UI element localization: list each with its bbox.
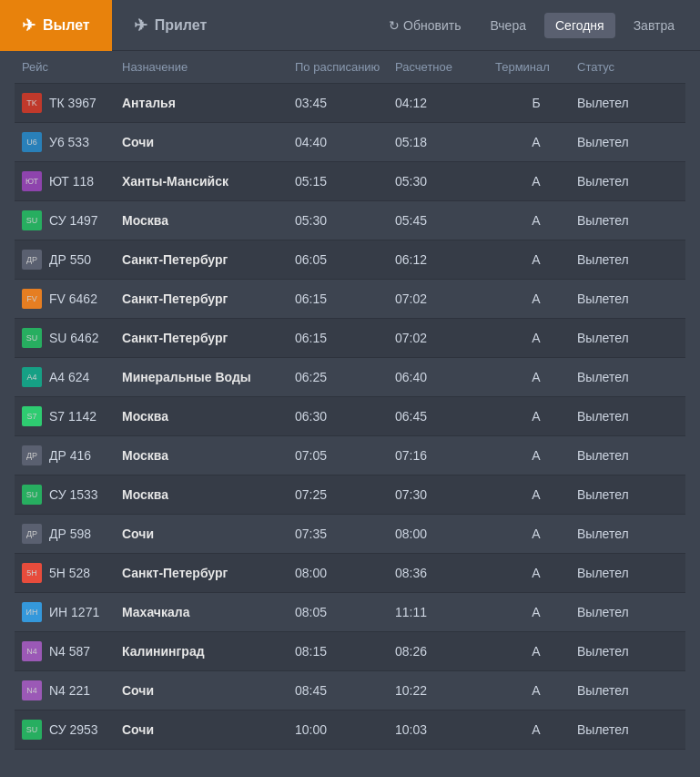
table-row[interactable]: А4 А4 624 Минеральные Воды 06:25 06:40 А… [15,358,685,397]
today-button[interactable]: Сегодня [544,13,615,38]
yesterday-label: Вчера [490,18,526,33]
table-row[interactable]: SU SU 6462 Санкт-Петербург 06:15 07:02 А… [15,319,685,358]
airline-icon: ДР [22,250,42,270]
terminal-cell: А [495,291,577,306]
estimated-cell: 07:02 [395,331,495,345]
flight-number: СУ 1497 [49,213,98,228]
terminal-cell: А [495,644,577,659]
table-row[interactable]: ИН ИН 1271 Махачкала 08:05 11:11 А Вылет… [15,593,685,632]
table-row[interactable]: ДР ДР 598 Сочи 07:35 08:00 А Вылетел [15,515,685,554]
scheduled-cell: 06:15 [295,331,395,345]
table-row[interactable]: SU СУ 1497 Москва 05:30 05:45 А Вылетел [15,201,685,240]
scheduled-cell: 08:45 [295,683,395,698]
scheduled-cell: 03:45 [295,96,395,110]
destination-cell: Москва [122,409,295,424]
departure-tab[interactable]: ✈ Вылет [0,0,112,51]
header-actions: ↻ Обновить Вчера Сегодня Завтра [378,13,700,38]
departure-icon: ✈ [22,15,36,36]
estimated-cell: 04:12 [395,96,495,110]
flight-number: FV 6462 [49,291,97,306]
airline-icon: ЮТ [22,171,42,191]
scheduled-cell: 07:05 [295,448,395,463]
destination-cell: Санкт-Петербург [122,252,295,267]
destination-cell: Ханты-Мансийск [122,174,295,189]
estimated-cell: 07:30 [395,487,495,502]
airline-icon: SU [22,210,42,230]
tomorrow-button[interactable]: Завтра [623,13,685,38]
airline-icon: FV [22,289,42,309]
estimated-cell: 05:45 [395,213,495,228]
table-row[interactable]: SU СУ 2953 Сочи 10:00 10:03 А Вылетел [15,711,685,750]
scheduled-cell: 04:40 [295,135,395,149]
estimated-cell: 08:36 [395,566,495,580]
table-row[interactable]: N4 N4 221 Сочи 08:45 10:22 А Вылетел [15,671,685,711]
table-row[interactable]: N4 N4 587 Калининград 08:15 08:26 А Выле… [15,632,685,671]
col-scheduled: По расписанию [295,60,395,74]
flight-cell: ЮТ ЮТ 118 [22,171,122,191]
terminal-cell: А [495,370,577,384]
status-cell: Вылетел [577,566,678,580]
col-destination: Назначение [122,60,295,74]
table-row[interactable]: 5H 5H 528 Санкт-Петербург 08:00 08:36 А … [15,554,685,593]
airline-icon: SU [22,720,42,740]
col-flight: Рейс [22,60,122,74]
refresh-label: Обновить [403,18,461,33]
status-cell: Вылетел [577,96,678,110]
flight-number: ДР 416 [49,448,91,463]
table-row[interactable]: U6 У6 533 Сочи 04:40 05:18 А Вылетел [15,123,685,162]
flight-number: ДР 598 [49,527,91,541]
table-row[interactable]: ЮТ ЮТ 118 Ханты-Мансийск 05:15 05:30 А В… [15,162,685,201]
flight-cell: SU SU 6462 [22,328,122,348]
flight-cell: ИН ИН 1271 [22,602,122,622]
status-cell: Вылетел [577,213,678,228]
arrival-tab[interactable]: ✈ Прилет [112,0,229,51]
airline-icon: N4 [22,641,42,661]
destination-cell: Сочи [122,683,295,698]
refresh-button[interactable]: ↻ Обновить [378,13,472,38]
estimated-cell: 07:02 [395,291,495,306]
flight-cell: FV FV 6462 [22,289,122,309]
terminal-cell: А [495,487,577,502]
destination-cell: Санкт-Петербург [122,291,295,306]
destination-cell: Анталья [122,96,295,110]
flight-cell: А4 А4 624 [22,367,122,387]
table-row[interactable]: SU СУ 1533 Москва 07:25 07:30 А Вылетел [15,475,685,515]
destination-cell: Санкт-Петербург [122,331,295,345]
flight-number: СУ 2953 [49,722,98,737]
terminal-cell: А [495,213,577,228]
scheduled-cell: 06:15 [295,291,395,306]
estimated-cell: 11:11 [395,605,495,619]
status-cell: Вылетел [577,370,678,384]
flight-number: ИН 1271 [49,605,99,619]
destination-cell: Сочи [122,135,295,149]
flight-number: ЮТ 118 [49,174,94,189]
scheduled-cell: 08:05 [295,605,395,619]
flight-cell: U6 У6 533 [22,132,122,152]
flight-number: СУ 1533 [49,487,98,502]
airline-icon: ИН [22,602,42,622]
status-cell: Вылетел [577,252,678,267]
table-row[interactable]: FV FV 6462 Санкт-Петербург 06:15 07:02 А… [15,280,685,319]
status-cell: Вылетел [577,448,678,463]
arrival-icon: ✈ [134,15,147,36]
airline-icon: U6 [22,132,42,152]
table-body: TK ТК 3967 Анталья 03:45 04:12 Б Вылетел… [15,84,685,750]
terminal-cell: А [495,527,577,541]
estimated-cell: 08:26 [395,644,495,659]
estimated-cell: 05:18 [395,135,495,149]
table-row[interactable]: ДР ДР 416 Москва 07:05 07:16 А Вылетел [15,436,685,475]
destination-cell: Калининград [122,644,295,659]
estimated-cell: 08:00 [395,527,495,541]
status-cell: Вылетел [577,487,678,502]
table-row[interactable]: ДР ДР 550 Санкт-Петербург 06:05 06:12 А … [15,240,685,280]
col-status: Статус [577,60,678,74]
destination-cell: Минеральные Воды [122,370,295,384]
terminal-cell: А [495,605,577,619]
table-row[interactable]: TK ТК 3967 Анталья 03:45 04:12 Б Вылетел [15,84,685,123]
tomorrow-label: Завтра [634,18,675,33]
yesterday-button[interactable]: Вчера [479,13,537,38]
terminal-cell: А [495,683,577,698]
airline-icon: ДР [22,445,42,465]
table-row[interactable]: S7 S7 1142 Москва 06:30 06:45 А Вылетел [15,397,685,436]
status-cell: Вылетел [577,409,678,424]
